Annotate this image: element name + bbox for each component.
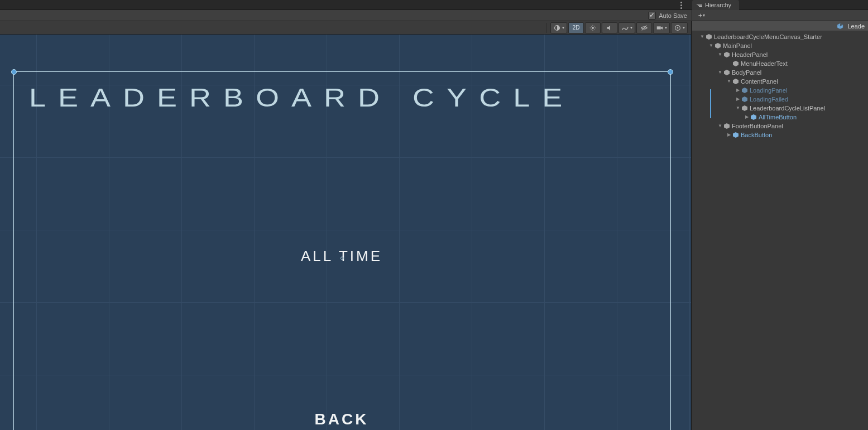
hierarchy-tab[interactable]: Hierarchy [692, 0, 739, 10]
gameobject-icon [732, 60, 739, 67]
auto-save-checkbox[interactable] [648, 12, 656, 20]
gameobject-icon [714, 42, 721, 49]
tree-row-content-panel[interactable]: ▼ ContentPanel [692, 77, 868, 86]
foldout-icon[interactable]: ▶ [726, 132, 732, 137]
mode-2d-button[interactable]: 2D [568, 22, 584, 33]
pivot-indicator-icon [341, 257, 344, 260]
tree-row-alltime-button[interactable]: ▶ AllTimeButton [692, 113, 868, 122]
foldout-icon[interactable]: ▼ [717, 123, 723, 128]
override-bar [710, 108, 711, 118]
audio-toggle-button[interactable] [602, 22, 617, 33]
hierarchy-toolbar: +▾ [692, 10, 868, 21]
hierarchy-tab-label: Hierarchy [705, 2, 731, 8]
gameobject-icon [723, 69, 730, 76]
scene-toolbar: ▾ 2D ▾ ▾ ▾ [0, 21, 691, 35]
gameobject-icon [723, 51, 730, 58]
foldout-icon[interactable]: ▶ [744, 114, 750, 119]
tree-row-menu-header-text[interactable]: MenuHeaderText [692, 59, 868, 68]
create-button[interactable]: +▾ [696, 11, 708, 20]
hierarchy-panel: +▾ Leade ▼ LeaderboardCycleMenuCanvas_St… [692, 10, 868, 430]
gameobject-icon [732, 78, 739, 85]
foldout-icon[interactable]: ▼ [708, 43, 714, 48]
toolbar-separator [546, 23, 547, 33]
auto-save-label: Auto Save [659, 12, 687, 19]
tree-row-list-panel[interactable]: ▼ LeaderboardCycleListPanel [692, 104, 868, 113]
back-button[interactable]: BACK [0, 410, 683, 428]
tree-row-body-panel[interactable]: ▼ BodyPanel [692, 68, 868, 77]
prefab-icon [837, 23, 843, 30]
scene-header-row[interactable]: Leade [692, 21, 868, 31]
svg-rect-3 [657, 26, 661, 29]
tree-row-header-panel[interactable]: ▼ HeaderPanel [692, 50, 868, 59]
prefab-toolbar: Auto Save [0, 10, 692, 21]
hierarchy-icon [697, 4, 702, 7]
shading-mode-button[interactable]: ▾ [550, 22, 567, 33]
foldout-icon[interactable]: ▶ [735, 96, 741, 102]
menu-header-text: LEADERBOARD CYCLE [13, 83, 671, 113]
svg-line-2 [642, 25, 647, 30]
tree-row-main-panel[interactable]: ▼ MainPanel [692, 41, 868, 50]
panel-menu-icon[interactable] [677, 1, 685, 9]
foldout-icon[interactable]: ▶ [735, 88, 741, 93]
hidden-objects-button[interactable] [636, 22, 652, 33]
gameobject-icon [723, 123, 730, 129]
prefab-icon [732, 132, 739, 138]
tree-row-loading-failed[interactable]: ▶ LoadingFailed [692, 95, 868, 104]
camera-button[interactable]: ▾ [653, 22, 670, 33]
prefab-icon [750, 114, 757, 120]
prefab-icon [741, 87, 748, 94]
tree-row-back-button[interactable]: ▶ BackButton [692, 131, 868, 139]
foldout-icon[interactable]: ▼ [717, 52, 723, 57]
foldout-icon[interactable]: ▼ [726, 79, 732, 84]
lighting-toggle-button[interactable] [585, 22, 601, 33]
scene-name: Leade [847, 23, 865, 30]
foldout-icon[interactable]: ▼ [699, 34, 706, 39]
foldout-icon[interactable]: ▼ [717, 70, 723, 75]
tree-row-footer-panel[interactable]: ▼ FooterButtonPanel [692, 122, 868, 131]
svg-point-5 [677, 27, 679, 28]
hierarchy-tree: ▼ LeaderboardCycleMenuCanvas_Starter ▼ M… [692, 31, 868, 141]
gameobject-icon [706, 33, 712, 40]
effects-toggle-button[interactable]: ▾ [618, 22, 635, 33]
scene-view: ▾ 2D ▾ ▾ ▾ LEADERBOARD CYCLE ALL T [0, 21, 692, 430]
override-bar [710, 89, 711, 108]
gameobject-icon [741, 105, 748, 112]
foldout-icon[interactable]: ▼ [735, 105, 741, 110]
prefab-icon [741, 96, 748, 103]
canvas-area[interactable]: LEADERBOARD CYCLE ALL TIME BACK [0, 35, 691, 430]
tree-row-loading-panel[interactable]: ▶ LoadingPanel [692, 86, 868, 95]
tree-row-canvas[interactable]: ▼ LeaderboardCycleMenuCanvas_Starter [692, 32, 868, 41]
gizmos-button[interactable]: ▾ [671, 22, 688, 33]
svg-point-1 [592, 27, 594, 29]
